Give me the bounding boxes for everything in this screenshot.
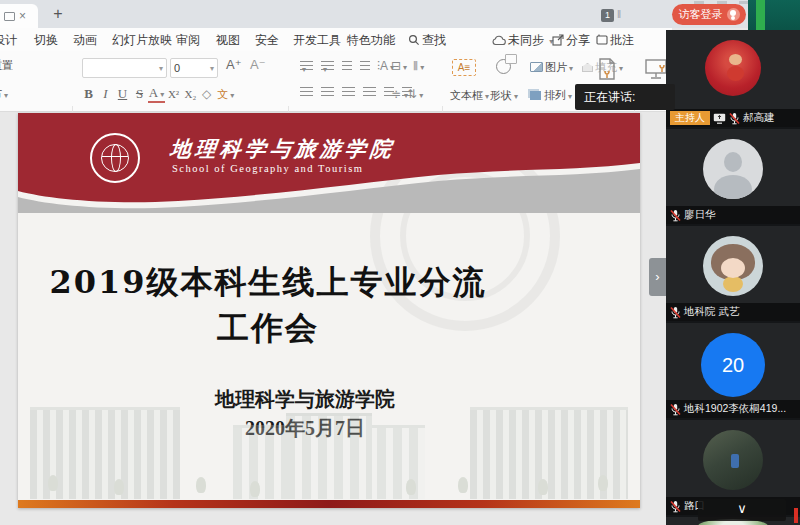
- participant-namebar: 地科1902李依桐419...: [666, 400, 800, 418]
- sync-status-button[interactable]: 未同步: [492, 32, 553, 49]
- slide-canvas[interactable]: 地理科学与旅游学院 School of Geography and Touris…: [18, 113, 640, 508]
- mic-muted-icon: [670, 209, 681, 222]
- increase-indent-icon[interactable]: [360, 61, 370, 72]
- menu-animation[interactable]: 动画: [73, 32, 97, 49]
- panel-expand-button[interactable]: ∨: [698, 499, 786, 521]
- section-button[interactable]: 节: [0, 87, 8, 102]
- screen-share-icon: [713, 113, 726, 124]
- arrange-button[interactable]: 排列: [528, 88, 572, 103]
- find-label: 查找: [422, 33, 446, 47]
- share-label: 分享: [566, 33, 590, 47]
- subscript-button[interactable]: X₂: [182, 88, 199, 100]
- align-right-icon[interactable]: [342, 87, 355, 98]
- reset-button[interactable]: 重置: [0, 58, 13, 73]
- user-avatar-icon: [727, 8, 740, 21]
- arrange-icon: [530, 91, 541, 100]
- align-left-icon[interactable]: [300, 87, 313, 98]
- participant-name: 廖日华: [684, 208, 716, 222]
- cloud-sync-icon: [492, 35, 506, 46]
- menu-view[interactable]: 视图: [216, 32, 240, 49]
- ribbon-menu-bar: 设计 切换 动画 幻灯片放映 审阅 视图 安全 开发工具 特色功能 查找 未同步…: [0, 28, 672, 51]
- increase-font-button[interactable]: A⁺: [226, 57, 242, 72]
- textbox-button[interactable]: 文本框: [450, 88, 489, 103]
- mic-muted-icon: [670, 500, 681, 513]
- guest-login-button[interactable]: 访客登录: [672, 4, 746, 25]
- font-size-combobox[interactable]: 0: [170, 58, 218, 78]
- search-icon: [408, 34, 420, 46]
- bold-button[interactable]: B: [80, 86, 97, 102]
- strikethrough-button[interactable]: S: [131, 86, 148, 102]
- font-name-combobox[interactable]: [82, 58, 167, 78]
- participant-tile[interactable]: 路口 ∨: [666, 420, 800, 515]
- tab-close-icon[interactable]: ×: [19, 10, 26, 22]
- panel-collapse-button[interactable]: ›: [649, 258, 666, 296]
- participant-namebar: 主持人 郝高建: [666, 109, 800, 127]
- participant-name: 地科1902李依桐419...: [684, 402, 786, 416]
- presentation-doc-icon: [4, 12, 15, 21]
- decrease-indent-icon[interactable]: [342, 61, 352, 72]
- find-button[interactable]: 查找: [408, 32, 446, 49]
- slide-title[interactable]: 2019级本科生线上专业分流 工作会: [18, 259, 518, 351]
- wps-presentation-window: × + 1 ‖ 访客登录 设计 切换 动画 幻灯片放映 审阅 视图 安全 开发工…: [0, 0, 800, 525]
- participant-namebar: 地科院 武艺: [666, 303, 800, 321]
- textbox-icon-wrap[interactable]: A≡: [452, 59, 476, 76]
- menu-features[interactable]: 特色功能: [347, 32, 395, 49]
- comment-button[interactable]: 批注: [596, 32, 634, 49]
- menu-slideshow[interactable]: 幻灯片放映: [112, 32, 172, 49]
- menu-devtools[interactable]: 开发工具: [293, 32, 341, 49]
- participant-tile[interactable]: 20 地科1902李依桐419...: [666, 323, 800, 418]
- font-color-button[interactable]: A: [148, 85, 165, 103]
- participant-tile[interactable]: 地科院 武艺: [666, 226, 800, 321]
- share-icon: [552, 34, 564, 46]
- school-name-calligraphy: 地理科学与旅游学院: [169, 135, 397, 163]
- menu-design[interactable]: 设计: [0, 32, 17, 49]
- decrease-font-button[interactable]: A⁻: [250, 57, 266, 72]
- sync-status-label: 未同步: [508, 33, 544, 47]
- paragraph-group-row1: ⫶A: [296, 59, 397, 73]
- bullet-list-icon[interactable]: [300, 61, 313, 72]
- superscript-button[interactable]: X²: [165, 88, 182, 100]
- meeting-participants-panel: 主持人 郝高建 廖日华 地科院 武艺 20 地科1902: [666, 30, 800, 525]
- mic-muted-icon: [729, 112, 740, 125]
- speaking-tooltip: 正在讲话:: [575, 84, 675, 110]
- slide-title-line1: 2019级本科生线上专业分流: [18, 259, 518, 305]
- justify-icon[interactable]: [363, 87, 376, 98]
- document-tools-icon[interactable]: [596, 57, 618, 81]
- picture-button[interactable]: 图片: [530, 60, 573, 75]
- underline-button[interactable]: U: [114, 86, 131, 102]
- campus-building-image: [18, 399, 640, 499]
- chevron-down-icon: ∨: [737, 501, 747, 516]
- fill-icon: [582, 63, 593, 72]
- document-tab[interactable]: ×: [0, 4, 38, 28]
- tab-list-icon[interactable]: ‖: [617, 9, 621, 20]
- anime-avatar: [703, 236, 763, 296]
- participant-tile[interactable]: 廖日华: [666, 129, 800, 224]
- guest-login-label: 访客登录: [679, 7, 723, 22]
- picture-icon: [530, 62, 543, 72]
- shape-button[interactable]: 形状: [490, 88, 518, 103]
- phonetic-guide-icon[interactable]: 文: [217, 87, 234, 102]
- numbered-list-icon[interactable]: [321, 61, 334, 72]
- align-center-icon[interactable]: [321, 87, 334, 98]
- share-button[interactable]: 分享: [552, 32, 590, 49]
- slideshow-tools-icon[interactable]: [644, 57, 668, 81]
- rotate-icon[interactable]: ⇅: [407, 87, 423, 101]
- menu-review[interactable]: 审阅: [176, 32, 200, 49]
- clear-format-icon[interactable]: ◇: [202, 87, 211, 101]
- italic-button[interactable]: I: [97, 86, 114, 102]
- align-objects-icon[interactable]: ≑: [391, 87, 401, 101]
- background-window-edge: [756, 0, 765, 30]
- layout-group-row1: ⊟ ⫴: [388, 59, 427, 73]
- school-name-english: School of Geography and Tourism: [172, 163, 363, 174]
- comment-label: 批注: [610, 33, 634, 47]
- new-tab-button[interactable]: +: [48, 4, 68, 24]
- menu-security[interactable]: 安全: [255, 32, 279, 49]
- text-box-style-icon[interactable]: ⊟: [391, 59, 407, 73]
- columns-icon[interactable]: ⫴: [413, 59, 424, 73]
- menu-transition[interactable]: 切换: [34, 32, 58, 49]
- globe-icon: [101, 144, 129, 172]
- mic-muted-icon: [670, 403, 681, 416]
- placeholder-avatar: [703, 139, 763, 199]
- participant-tile-host[interactable]: 主持人 郝高建: [666, 30, 800, 127]
- shape-icon-wrap[interactable]: [496, 59, 511, 74]
